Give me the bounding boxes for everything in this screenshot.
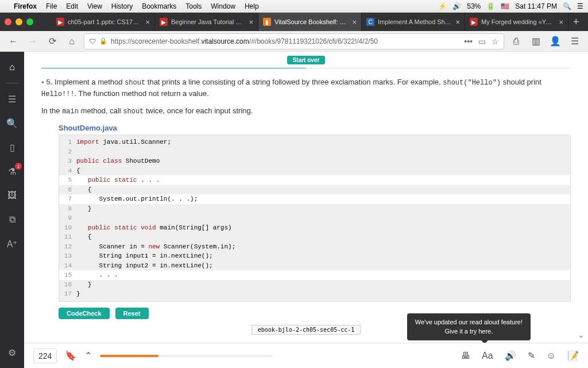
reader-icon[interactable]: ▭ (478, 37, 486, 46)
menu-window[interactable]: Window (211, 2, 235, 10)
read-aloud-icon[interactable]: 🔊 (505, 350, 516, 361)
highlighter-icon[interactable]: ✎ (528, 350, 535, 361)
code-line[interactable]: 17} (59, 289, 570, 299)
sidebar-toc-icon[interactable]: ☰ (0, 88, 24, 110)
menu-history[interactable]: History (111, 2, 133, 10)
menu-tools[interactable]: Tools (185, 2, 202, 10)
home-button[interactable]: ⌂ (64, 34, 79, 49)
sidebar-flashcards-icon[interactable]: ⚗1 (0, 160, 24, 182)
firefox-menu-button[interactable]: ☰ (567, 34, 582, 49)
progress-bar[interactable] (100, 355, 272, 357)
more-icon[interactable]: ••• (464, 37, 473, 46)
code-text: } (76, 204, 570, 214)
scroll-down-icon[interactable]: ⌄ (578, 330, 585, 339)
line-number: 12 (59, 242, 76, 252)
code-line[interactable]: 15 . . . (59, 270, 570, 280)
volume-icon[interactable]: 🔊 (452, 2, 461, 10)
forward-button[interactable]: → (25, 34, 40, 49)
tab-label: Implement A Method Shout T (378, 18, 452, 25)
code-text: { (76, 185, 570, 195)
app-name[interactable]: Firefox (14, 2, 37, 10)
flag-icon[interactable]: 🇺🇸 (501, 2, 509, 10)
sidebar-toggle-icon[interactable]: ▥ (528, 34, 543, 49)
code-line[interactable]: 13 String input1 = in.nextLine(); (59, 251, 570, 261)
sidebar-settings-icon[interactable]: ⚙ (0, 342, 24, 363)
bookmark-icon[interactable]: 🔖 (65, 350, 76, 361)
sidebar-copy-icon[interactable]: ⧉ (0, 209, 24, 231)
code-line[interactable]: 5 public static . . . (59, 175, 570, 185)
sidebar-search-icon[interactable]: 🔍 (0, 112, 24, 134)
code-line[interactable]: 8 } (59, 204, 570, 214)
emoji-icon[interactable]: ☺ (547, 351, 556, 361)
new-tab-button[interactable]: + (568, 16, 584, 28)
menu-help[interactable]: Help (245, 2, 259, 10)
notes-icon[interactable]: 📝 (567, 350, 579, 361)
minimize-window-button[interactable] (16, 18, 22, 25)
shield-icon[interactable]: 🛡 (89, 37, 96, 45)
tab-close-icon[interactable]: × (455, 18, 460, 26)
menu-view[interactable]: View (87, 2, 102, 10)
browser-tab[interactable]: ▶ch05-part 1.pptx: CS170-26× (52, 13, 155, 31)
code-line[interactable]: 10 public static void main(String[] args… (59, 223, 570, 233)
code-line[interactable]: 6 { (59, 185, 570, 195)
line-number: 5 (59, 175, 76, 185)
divider (41, 68, 571, 68)
browser-tab[interactable]: CImplement A Method Shout T× (362, 13, 465, 31)
tab-close-icon[interactable]: × (559, 18, 563, 26)
code-line[interactable]: 14 String input2 = in.nextLine(); (59, 261, 570, 271)
sidebar-notebook-icon[interactable]: ▯ (0, 136, 24, 158)
tab-close-icon[interactable]: × (145, 18, 150, 26)
reload-button[interactable]: ⟳ (45, 34, 60, 49)
url-bar[interactable]: 🛡 🔒 https://scorecenter-bookshelf.vitals… (84, 33, 504, 49)
vitalsource-sidebar: ⌂ ☰ 🔍 ▯ ⚗1 🖼 ⧉ A⁺ ⚙ (0, 52, 24, 368)
menu-file[interactable]: File (46, 2, 57, 10)
code-line[interactable]: 3public class ShoutDemo (59, 156, 570, 166)
line-number: 14 (59, 261, 76, 271)
exercise-number: 5. (41, 78, 52, 86)
code-line[interactable]: 2 (59, 147, 570, 157)
sidebar-home-icon[interactable]: ⌂ (0, 56, 24, 78)
maximize-window-button[interactable] (26, 18, 33, 25)
browser-tab[interactable]: ▶My Forged wedding «Yamat× (465, 13, 568, 31)
page-number-input[interactable]: 224 (33, 348, 57, 363)
code-text (76, 213, 570, 223)
line-number: 7 (59, 194, 76, 204)
spotlight-icon[interactable]: 🔍 (563, 2, 571, 10)
menu-bookmarks[interactable]: Bookmarks (142, 2, 176, 10)
text-size-icon[interactable]: Aa (482, 351, 493, 361)
close-window-button[interactable] (5, 18, 11, 25)
sidebar-figures-icon[interactable]: 🖼 (0, 185, 24, 206)
code-line[interactable]: 9 (59, 213, 570, 223)
content-area: ⌂ ☰ 🔍 ▯ ⚗1 🖼 ⧉ A⁺ ⚙ Start over 5. Implem… (0, 52, 588, 368)
line-number: 1 (59, 137, 76, 147)
browser-tab[interactable]: ▶Beginner Java Tutorial #5 De× (155, 13, 258, 31)
tab-close-icon[interactable]: × (249, 18, 253, 26)
start-over-button[interactable]: Start over (287, 56, 326, 64)
library-icon[interactable]: ⎙ (509, 34, 524, 49)
sidebar-grade-icon[interactable]: A⁺ (0, 233, 24, 255)
control-center-icon[interactable]: ☰ (577, 2, 583, 10)
code-line[interactable]: 16 } (59, 280, 570, 290)
bookmark-star-icon[interactable]: ☆ (492, 37, 499, 46)
print-icon[interactable]: 🖶 (461, 351, 470, 361)
wifi-icon[interactable]: ⚡ (438, 2, 447, 10)
codecheck-button[interactable]: CodeCheck (59, 308, 110, 319)
code-line[interactable]: 4{ (59, 166, 570, 176)
window-controls (5, 18, 33, 25)
code-line[interactable]: 1import java.util.Scanner; (59, 137, 570, 147)
browser-tab[interactable]: ▮VitalSource Bookshelf: Java C× (258, 13, 362, 31)
lock-icon[interactable]: 🔒 (99, 37, 107, 45)
tabs: ▶ch05-part 1.pptx: CS170-26×▶Beginner Ja… (52, 13, 568, 31)
back-button[interactable]: ← (6, 34, 21, 49)
tab-close-icon[interactable]: × (352, 18, 357, 26)
code-text: } (76, 280, 570, 290)
code-line[interactable]: 7 System.out.println(. . .); (59, 194, 570, 204)
chevron-up-icon[interactable]: ⌃ (84, 350, 92, 361)
reset-button[interactable]: Reset (115, 308, 149, 319)
code-line[interactable]: 12 Scanner in = new Scanner(System.in); (59, 242, 570, 252)
code-editor[interactable]: 1import java.util.Scanner;23public class… (59, 135, 571, 302)
code-line[interactable]: 11 { (59, 232, 570, 242)
account-icon[interactable]: 👤 (548, 34, 563, 49)
menu-edit[interactable]: Edit (66, 2, 78, 10)
clock[interactable]: Sat 11:47 PM (515, 2, 557, 10)
